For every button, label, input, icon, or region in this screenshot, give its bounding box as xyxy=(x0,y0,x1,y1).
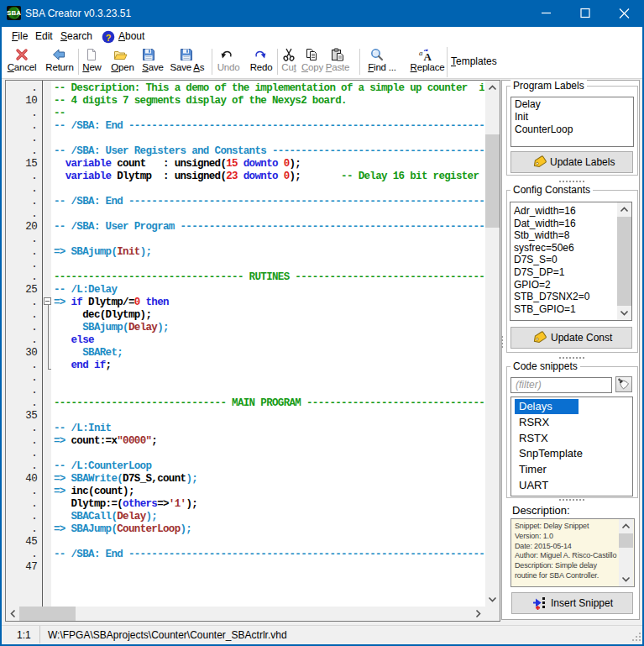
svg-text:SBA: SBA xyxy=(7,9,21,17)
svg-text:A: A xyxy=(424,50,432,62)
svg-text:a: a xyxy=(419,49,423,57)
svg-text:?: ? xyxy=(106,33,112,43)
